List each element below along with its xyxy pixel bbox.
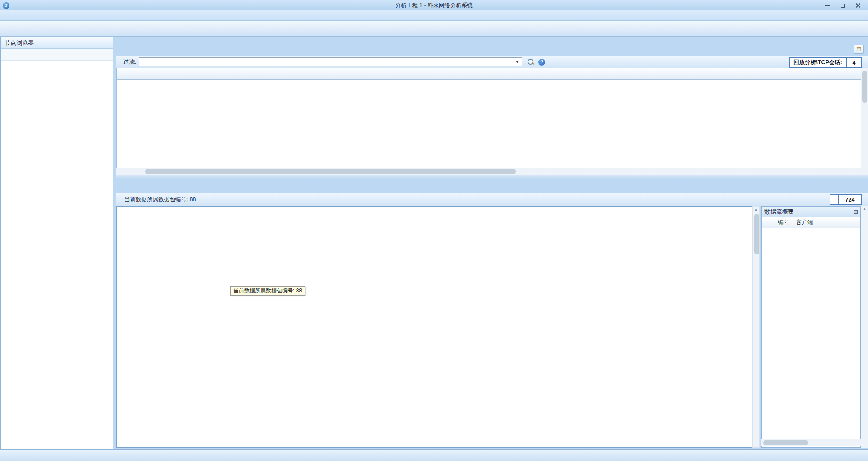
current-packet-value: 88 [189, 196, 196, 202]
workspace: 节点浏览器 ▤ 过滤: ▼ ? 回放分析\TCP会话: 4 [0, 37, 868, 449]
application-window: S 分析工程 1 - 科来网络分析系统 节点浏览器 ▤ 过滤: ▼ [0, 0, 868, 461]
session-count-value: 4 [846, 58, 861, 67]
summary-col-client: 客户端 [793, 217, 860, 228]
filter-toolbar: 过滤: ▼ ? 回放分析\TCP会话: 4 [116, 56, 868, 68]
scrollbar-thumb[interactable] [763, 440, 808, 445]
stream-summary-title: 数据流概要 [764, 208, 794, 216]
summary-column-header: 编号 客户端 [762, 217, 860, 228]
maximize-icon [841, 4, 845, 8]
scrollbar-thumb[interactable] [862, 71, 867, 103]
node-explorer-toolbar [1, 49, 113, 61]
data-stream-view[interactable] [116, 206, 752, 448]
node-explorer-tree [1, 61, 113, 62]
view-tab-bar: ▤ [116, 37, 868, 56]
session-count-label: 回放分析\TCP会话: [790, 59, 846, 66]
scroll-up-icon[interactable]: ▲ [861, 206, 868, 212]
window-controls [820, 0, 866, 10]
panel-splitter[interactable] [116, 175, 868, 179]
current-packet-label: 当前数据所属数据包编号: 88 [124, 196, 196, 203]
detail-tab-bar [116, 179, 868, 193]
table-vertical-scrollbar[interactable] [861, 68, 868, 175]
filter-input[interactable] [139, 57, 522, 66]
status-bar [0, 449, 868, 461]
close-icon [856, 3, 860, 8]
maximize-button[interactable] [835, 0, 850, 10]
stream-summary-header: 数据流概要 [762, 207, 860, 217]
current-packet-label-text: 当前数据所属数据包编号: [124, 196, 188, 202]
node-explorer-panel: 节点浏览器 [0, 37, 113, 449]
stream-session-box: 724 [830, 194, 862, 205]
filter-dropdown-icon[interactable]: ▼ [515, 60, 521, 64]
scrollbar-thumb[interactable] [754, 214, 759, 254]
menu-bar [0, 10, 868, 21]
scrollbar-thumb[interactable] [145, 169, 516, 174]
search-icon[interactable] [528, 59, 534, 65]
minimize-icon [825, 5, 830, 6]
session-count-box: 回放分析\TCP会话: 4 [789, 57, 862, 68]
summary-vertical-scrollbar[interactable]: ▲ [861, 206, 868, 448]
title-bar: S 分析工程 1 - 科来网络分析系统 [0, 0, 868, 10]
minimize-button[interactable] [820, 0, 835, 10]
tcp-session-table [116, 68, 861, 168]
filter-label: 过滤: [123, 58, 136, 66]
table-horizontal-scrollbar[interactable] [116, 168, 861, 175]
pin-icon[interactable] [854, 210, 858, 214]
help-icon[interactable]: ? [538, 59, 545, 66]
main-toolbar [0, 21, 868, 37]
stream-summary-panel: 数据流概要 编号 客户端 [761, 206, 861, 448]
node-explorer-title: 节点浏览器 [1, 37, 113, 49]
window-title: 分析工程 1 - 科来网络分析系统 [0, 2, 868, 9]
summary-col-no: 编号 [762, 217, 793, 228]
scroll-up-icon[interactable]: ▲ [753, 207, 760, 213]
packet-number-tooltip: 当前数据所属数据包编号: 88 [230, 286, 305, 296]
stream-content-area: ▲ 数据流概要 编号 客户端 ▲ [116, 206, 868, 448]
stream-vertical-scrollbar[interactable]: ▲ [752, 206, 760, 448]
summary-horizontal-scrollbar[interactable] [761, 439, 861, 446]
stream-toolbar: 当前数据所属数据包编号: 88 724 [116, 193, 868, 206]
tab-overflow-icon[interactable]: ▤ [854, 45, 864, 54]
stream-packet-count: 724 [838, 195, 861, 204]
close-button[interactable] [850, 0, 866, 10]
analysis-main-area: ▤ 过滤: ▼ ? 回放分析\TCP会话: 4 [116, 37, 868, 449]
table-header-row [117, 68, 861, 80]
